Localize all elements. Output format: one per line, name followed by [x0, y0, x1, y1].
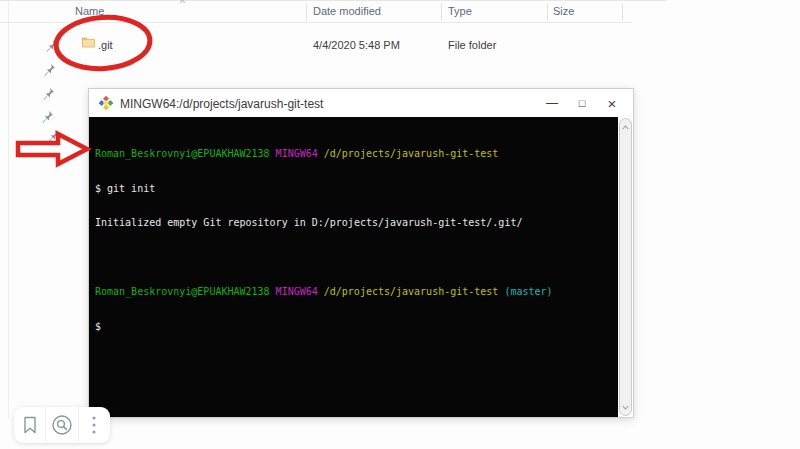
terminal-scrollbar[interactable] [619, 118, 632, 416]
minimize-button[interactable]: — [537, 89, 567, 117]
file-date-modified: 4/4/2020 5:48 PM [313, 39, 400, 51]
prompt-user: Roman_Beskrovnyi@EPUAKHAW2138 [95, 148, 270, 159]
prompt-host: MINGW64 [276, 148, 318, 159]
prompt-path: /d/projects/javarush-git-test [324, 148, 499, 159]
table-row-git-folder[interactable]: .git 4/4/2020 5:48 PM File folder [0, 32, 666, 54]
column-separator [306, 3, 307, 21]
scroll-up-icon[interactable] [620, 121, 631, 133]
maximize-button[interactable]: □ [567, 89, 597, 117]
terminal-titlebar[interactable]: MINGW64:/d/projects/javarush-git-test — … [89, 89, 633, 117]
git-bash-app-icon [99, 96, 113, 110]
terminal-prompt-line: Roman_Beskrovnyi@EPUAKHAW2138MINGW64/d/p… [95, 148, 618, 160]
folder-icon [82, 36, 95, 50]
column-separator [441, 3, 442, 21]
column-header-size[interactable]: Size [553, 5, 574, 17]
sort-ascending-icon: ^ [180, 0, 185, 9]
prompt-branch: (master) [504, 286, 552, 297]
terminal-cursor-line: $ [95, 321, 618, 333]
file-name: .git [98, 39, 113, 51]
prompt-user: Roman_Beskrovnyi@EPUAKHAW2138 [95, 286, 270, 297]
explorer-pane-divider [8, 0, 9, 418]
pin-icon[interactable] [42, 63, 56, 77]
column-separator [622, 3, 623, 21]
pin-icon[interactable] [44, 39, 58, 53]
column-header-type[interactable]: Type [448, 5, 472, 17]
terminal-output: Initialized empty Git repository in D:/p… [95, 217, 618, 229]
terminal-command: $ git init [95, 183, 618, 195]
terminal-blank-line [95, 252, 618, 264]
close-button[interactable]: × [597, 89, 627, 117]
column-separator [547, 3, 548, 21]
explorer-column-header-row: Name ^ Date modified Type Size [0, 1, 666, 22]
column-header-name[interactable]: Name [75, 5, 104, 17]
prompt-host: MINGW64 [276, 286, 318, 297]
git-bash-window: MINGW64:/d/projects/javarush-git-test — … [88, 88, 634, 418]
file-type: File folder [448, 39, 496, 51]
terminal-window-title: MINGW64:/d/projects/javarush-git-test [120, 97, 323, 111]
terminal-console[interactable]: Roman_Beskrovnyi@EPUAKHAW2138MINGW64/d/p… [89, 117, 618, 417]
floating-toolbar [14, 407, 110, 443]
more-options-icon[interactable] [78, 407, 110, 443]
terminal-prompt-line: Roman_Beskrovnyi@EPUAKHAW2138MINGW64/d/p… [95, 286, 618, 298]
pin-icon[interactable] [41, 87, 55, 101]
window-controls: — □ × [537, 89, 627, 117]
header-bottom-border [0, 22, 632, 23]
image-search-icon[interactable] [45, 407, 77, 443]
bookmark-icon[interactable] [14, 407, 45, 443]
scroll-down-icon[interactable] [620, 401, 631, 413]
pin-icon[interactable] [40, 110, 54, 124]
screenshot-root: Name ^ Date modified Type Size .git 4/4/… [0, 0, 800, 449]
pin-icon[interactable] [46, 129, 60, 143]
prompt-path: /d/projects/javarush-git-test [324, 286, 499, 297]
column-header-date-modified[interactable]: Date modified [313, 5, 381, 17]
